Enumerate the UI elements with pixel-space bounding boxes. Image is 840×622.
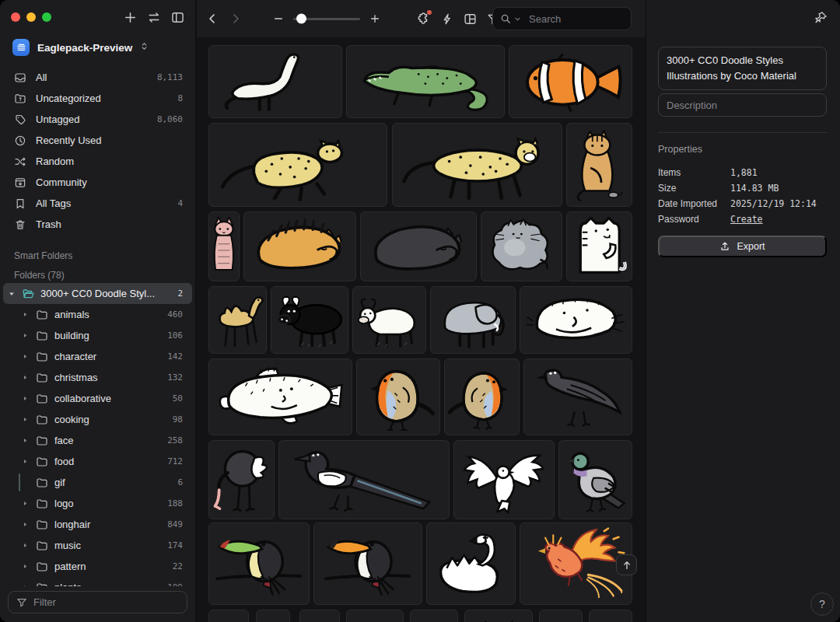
grid-item-cat-curled-gray[interactable]	[360, 211, 477, 281]
grid-item-camel[interactable]	[208, 286, 267, 354]
toggle-sidebar-icon[interactable]	[171, 11, 184, 24]
grid-item-crow[interactable]	[523, 358, 632, 435]
grid-item-blobfish[interactable]	[520, 286, 632, 354]
zoom-in-button[interactable]	[369, 13, 380, 24]
folder-item-music[interactable]: music 174	[0, 535, 195, 556]
sidebar-item-uncategorized[interactable]: Uncategorized 8	[0, 88, 195, 109]
slider-knob[interactable]	[296, 14, 306, 24]
close-window-button[interactable]	[11, 12, 20, 22]
zoom-out-button[interactable]	[273, 13, 284, 24]
sidebar-item-trash[interactable]: Trash	[0, 214, 195, 235]
grid-item-robin[interactable]	[356, 358, 440, 435]
caret-right-icon[interactable]	[22, 374, 30, 381]
grid-item-robin-2[interactable]	[444, 358, 520, 435]
grid-item-pigeon[interactable]	[558, 440, 632, 519]
grid-item-partial-4[interactable]	[346, 610, 404, 622]
layout-button[interactable]	[464, 12, 477, 26]
folder-item-pattern[interactable]: pattern 22	[0, 556, 195, 577]
folder-item-logo[interactable]: logo 188	[0, 493, 195, 514]
folder-icon	[36, 456, 48, 468]
plugins-button[interactable]	[416, 12, 430, 26]
grid-item-keel-toucan[interactable]	[208, 522, 310, 605]
grid-item-partial-6[interactable]	[464, 610, 533, 622]
caret-right-icon[interactable]	[22, 395, 30, 402]
grid-item-swan[interactable]	[426, 522, 516, 605]
sidebar-item-untagged[interactable]: Untagged 8,060	[0, 109, 195, 130]
grid-item-partial-5[interactable]	[410, 610, 458, 622]
grid-item-partial-1[interactable]	[208, 610, 249, 622]
grid-item-black-bull[interactable]	[271, 286, 348, 354]
caret-right-icon[interactable]	[22, 542, 30, 549]
back-button[interactable]	[206, 12, 219, 25]
grid-item-cheetah-walking[interactable]	[392, 123, 562, 207]
pin-panel-button[interactable]	[814, 11, 828, 27]
grid-item-partial-3[interactable]	[299, 610, 340, 622]
caret-right-icon[interactable]	[22, 353, 30, 360]
export-button[interactable]: Export	[658, 236, 827, 257]
filter-input[interactable]: Filter	[8, 591, 187, 613]
grid-item-cat-with-mouse[interactable]	[566, 123, 632, 207]
grid-item-flounder[interactable]	[208, 358, 352, 435]
folder-title-field[interactable]: 3000+ CC0 Doodle Styles Illustrations by…	[658, 47, 827, 90]
folder-icon	[36, 477, 48, 489]
grid-item-dinosaur[interactable]	[208, 45, 342, 118]
folder-item-longhair[interactable]: longhair 849	[0, 514, 195, 535]
description-field[interactable]: Description	[658, 93, 827, 117]
grid-item-cat-curled-orange[interactable]	[243, 211, 356, 281]
caret-right-icon[interactable]	[22, 311, 30, 318]
scroll-to-top-button[interactable]	[616, 554, 637, 575]
minimize-window-button[interactable]	[26, 12, 36, 22]
grid-item-elephant[interactable]	[430, 286, 516, 354]
folder-item-character[interactable]: character 142	[0, 346, 195, 367]
create-password-link[interactable]: Create	[730, 214, 763, 225]
folder-root-selected[interactable]: 3000+ CC0 Doodle Styl... 2	[3, 283, 192, 304]
library-selector[interactable]: Eaglepack-Preview	[0, 34, 195, 61]
grid-item-cheetah-running[interactable]	[208, 123, 387, 207]
sidebar-item-recently-used[interactable]: Recently Used	[0, 130, 195, 151]
actions-button[interactable]	[440, 12, 453, 26]
sort-swap-icon[interactable]	[147, 11, 161, 24]
grid-item-white-cow[interactable]	[352, 286, 426, 354]
add-button[interactable]	[124, 11, 137, 24]
grid-item-partial-2[interactable]	[256, 610, 290, 622]
caret-right-icon[interactable]	[22, 500, 30, 507]
grid-item-partial-7[interactable]	[539, 610, 583, 622]
grid-item-toco-toucan[interactable]	[313, 522, 422, 605]
folder-item-food[interactable]: food 712	[0, 451, 195, 472]
sidebar-item-all[interactable]: All 8,113	[0, 67, 195, 88]
folder-item-gif[interactable]: gif 6	[0, 472, 195, 493]
folder-item-building[interactable]: building 106	[0, 325, 195, 346]
search-input[interactable]: Search	[492, 7, 632, 30]
magpie-doodle	[285, 445, 444, 515]
sidebar-item-random[interactable]: Random	[0, 151, 195, 172]
sidebar-item-all-tags[interactable]: All Tags 4	[0, 193, 195, 214]
sidebar-item-community[interactable]: Community	[0, 172, 195, 193]
caret-right-icon[interactable]	[22, 437, 30, 444]
thumbnail-size-slider[interactable]	[293, 18, 360, 20]
grid-item-sphynx-cat[interactable]	[208, 211, 240, 281]
forward-button[interactable]	[229, 12, 242, 25]
zoom-window-button[interactable]	[42, 12, 51, 22]
caret-right-icon[interactable]	[22, 332, 30, 339]
grid-item-dove[interactable]	[453, 440, 555, 519]
folder-item-cooking[interactable]: cooking 98	[0, 409, 195, 430]
folder-icon	[36, 351, 48, 363]
folder-item-animals[interactable]: animals 460	[0, 304, 195, 325]
caret-down-icon[interactable]	[8, 290, 16, 298]
caret-right-icon[interactable]	[22, 458, 30, 465]
grid-item-clownfish[interactable]	[509, 45, 632, 118]
folder-item-christmas[interactable]: christmas 132	[0, 367, 195, 388]
grid-item-fluffy-kitten[interactable]	[481, 211, 562, 281]
grid-item-partial-8[interactable]	[589, 610, 632, 622]
grid-item-white-cat[interactable]	[566, 211, 632, 281]
folder-item-face[interactable]: face 258	[0, 430, 195, 451]
help-button[interactable]: ?	[810, 592, 834, 616]
folder-item-collaborative[interactable]: collaborative 50	[0, 388, 195, 409]
caret-right-icon[interactable]	[22, 416, 30, 423]
grid-item-ostrich[interactable]	[208, 440, 275, 519]
caret-right-icon[interactable]	[22, 521, 30, 528]
caret-right-icon[interactable]	[22, 563, 30, 570]
grid-item-crocodile[interactable]	[346, 45, 505, 118]
grid-item-magpie[interactable]	[278, 440, 450, 519]
chevron-updown-icon	[140, 41, 149, 54]
